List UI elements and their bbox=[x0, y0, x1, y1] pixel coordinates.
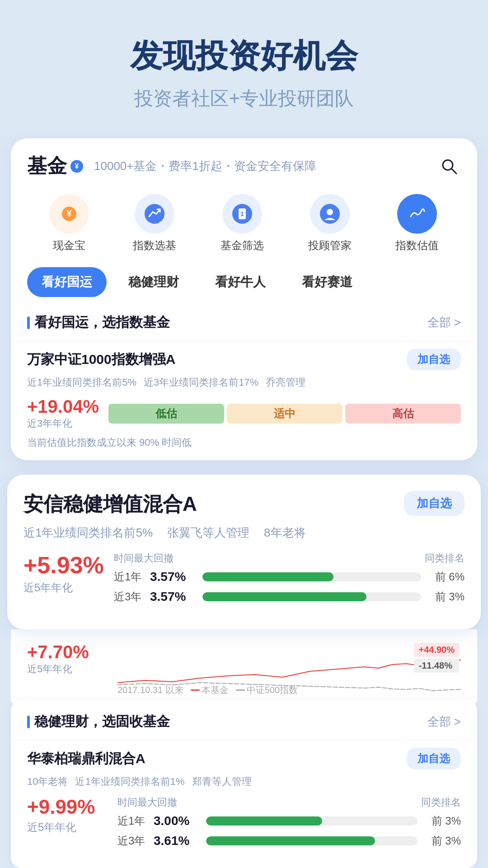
fund1-valuation-row: +19.04% 近3年年化 低估 适中 高估 bbox=[27, 396, 461, 430]
xianjinbao-icon: ¥ bbox=[49, 194, 89, 234]
fund1-tag-2: 乔亮管理 bbox=[266, 376, 305, 389]
fund1-pct: +19.04% bbox=[27, 396, 99, 417]
fund-tabs: 看好国运 稳健理财 看好牛人 看好赛道 bbox=[11, 264, 477, 306]
chart-area: +7.70% 近5年年化 +44.90% -11.48% 2017.10.31 … bbox=[11, 629, 477, 709]
fc-stats-left: +5.93% 近5年年化 bbox=[23, 552, 105, 609]
val-bar-mid: 适中 bbox=[227, 404, 343, 424]
svg-text:1: 1 bbox=[240, 210, 244, 217]
tab-kanniu[interactable]: 看好牛人 bbox=[201, 267, 280, 297]
tab-wenjian[interactable]: 稳健理财 bbox=[114, 267, 193, 297]
section1-title: 看好国运，选指数基金 bbox=[27, 313, 170, 332]
section1-more[interactable]: 全部 > bbox=[427, 315, 461, 330]
fund2-stats-left: +9.99% 近5年年化 bbox=[27, 796, 108, 854]
fund2-tag-0: 10年老将 bbox=[27, 775, 68, 788]
fund1-tag-1: 近3年业绩同类排名前17% bbox=[144, 376, 258, 389]
fund2-header: 华泰柏瑞鼎利混合A 加自选 bbox=[27, 748, 461, 769]
tab-kanhao[interactable]: 看好国运 bbox=[27, 267, 107, 297]
fund1-pct-sub: 近3年年化 bbox=[27, 417, 99, 430]
fund2-item: 华泰柏瑞鼎利混合A 加自选 10年老将 近1年业绩同类排名前1% 郑青等人管理 … bbox=[11, 740, 477, 868]
val-bar-low: 低估 bbox=[108, 404, 224, 424]
fund1-add-button[interactable]: 加自选 bbox=[407, 349, 461, 370]
fc-stats-right: 时间 最大回撤 同类排名 近1年 3.57% 前 6% 近3年 3.57% 前 … bbox=[105, 552, 465, 609]
fund2-name: 华泰柏瑞鼎利混合A bbox=[27, 750, 145, 768]
fc-stats-table: +5.93% 近5年年化 时间 最大回撤 同类排名 近1年 3.57% 前 6%… bbox=[23, 552, 465, 609]
section1-header: 看好国运，选指数基金 全部 > bbox=[11, 306, 477, 341]
fund1-tag-0: 近1年业绩同类排名前5% bbox=[27, 376, 136, 389]
zhishu-label: 指数选基 bbox=[133, 238, 176, 253]
fund-subtitle: 10000+基金・费率1折起・资金安全有保障 bbox=[94, 158, 316, 174]
tab-kansaidao[interactable]: 看好赛道 bbox=[287, 267, 367, 297]
chart-right: +44.90% -11.48% 2017.10.31 以来 本基金 中证500指… bbox=[117, 642, 461, 696]
fund2-stats-row-0: 近1年 3.00% 前 3% bbox=[108, 814, 461, 828]
xianjinbao-label: 现金宝 bbox=[53, 238, 85, 253]
fund1-header: 万家中证1000指数增强A 加自选 bbox=[27, 349, 461, 370]
section1-title-bar bbox=[27, 316, 30, 329]
chart-badge-pos: +44.90% bbox=[414, 643, 459, 657]
fund-header: 基金 ¥ 10000+基金・费率1折起・资金安全有保障 bbox=[11, 138, 477, 187]
chart-legend-row: 2017.10.31 以来 本基金 中证500指数 bbox=[117, 684, 298, 696]
section2-title-bar bbox=[27, 716, 30, 728]
main-card: 基金 ¥ 10000+基金・费率1折起・资金安全有保障 ¥ 现金宝 bbox=[11, 138, 477, 460]
fund1-item: 万家中证1000指数增强A 加自选 近1年业绩同类排名前5% 近3年业绩同类排名… bbox=[11, 341, 477, 460]
fund-title: 基金 bbox=[27, 153, 67, 179]
zhishu2-label: 指数估值 bbox=[395, 238, 439, 253]
fund2-tag-2: 郑青等人管理 bbox=[192, 775, 252, 788]
fund2-stats-table: +9.99% 近5年年化 时间 最大回撤 同类排名 近1年 3.00% 前 3% bbox=[27, 796, 461, 854]
floating-card: 安信稳健增值混合A 加自选 近1年业绩同类排名前5% 张翼飞等人管理 8年老将 … bbox=[7, 475, 481, 629]
legend-fund-icon bbox=[191, 689, 200, 691]
touguan-label: 投顾管家 bbox=[308, 238, 352, 253]
chart-date: 2017.10.31 以来 bbox=[117, 684, 183, 696]
val-bar-high: 高估 bbox=[345, 404, 461, 424]
fc-stats-header: 时间 最大回撤 同类排名 bbox=[105, 552, 465, 565]
fc-tag-1: 张翼飞等人管理 bbox=[167, 525, 249, 541]
fc-tag-2: 8年老将 bbox=[264, 525, 305, 541]
svg-line-1 bbox=[451, 169, 456, 174]
fund2-pct: +9.99% bbox=[27, 796, 108, 818]
fund1-tags: 近1年业绩同类排名前5% 近3年业绩同类排名前17% 乔亮管理 bbox=[27, 376, 461, 389]
quick-icon-zhishu[interactable]: 指数选基 bbox=[133, 194, 176, 253]
fc-tag-0: 近1年业绩同类排名前5% bbox=[23, 525, 153, 541]
quick-icon-zhishu2[interactable]: 指数估值 bbox=[395, 194, 439, 253]
fc-stats-row-0: 近1年 3.57% 前 6% bbox=[105, 570, 465, 584]
chart-left: +7.70% 近5年年化 bbox=[27, 642, 108, 696]
zhishu-icon bbox=[135, 194, 174, 234]
section2-more[interactable]: 全部 > bbox=[427, 714, 461, 730]
fc-stats-row-1: 近3年 3.57% 前 3% bbox=[105, 590, 465, 604]
chart-pct: +7.70% bbox=[27, 642, 108, 662]
fc-title: 安信稳健增值混合A bbox=[23, 491, 465, 518]
svg-rect-4 bbox=[145, 204, 164, 224]
touguan-icon bbox=[310, 194, 350, 234]
section2-title: 稳健理财，选固收基金 bbox=[27, 712, 170, 731]
quick-icon-jijin[interactable]: 1 基金筛选 bbox=[221, 194, 264, 253]
chart-badges: +44.90% -11.48% bbox=[414, 643, 459, 673]
fund-badge-icon: ¥ bbox=[70, 160, 83, 173]
fund2-stats-right: 时间 最大回撤 同类排名 近1年 3.00% 前 3% 近3年 3.61% bbox=[108, 796, 461, 854]
fc-pct-sub: 近5年年化 bbox=[23, 580, 105, 595]
fc-pct: +5.93% bbox=[23, 552, 105, 579]
svg-text:¥: ¥ bbox=[66, 208, 72, 218]
svg-point-9 bbox=[327, 209, 333, 215]
fund2-pct-sub: 近5年年化 bbox=[27, 820, 108, 835]
fund1-val-bars: 低估 适中 高估 bbox=[108, 404, 461, 424]
fund2-stats-header: 时间 最大回撤 同类排名 bbox=[108, 796, 461, 809]
fund2-add-button[interactable]: 加自选 bbox=[407, 748, 461, 769]
quick-icon-touguan[interactable]: 投顾管家 bbox=[308, 194, 352, 253]
chart-badge-neg: -11.48% bbox=[414, 659, 459, 673]
fund2-tags: 10年老将 近1年业绩同类排名前1% 郑青等人管理 bbox=[27, 775, 461, 788]
fund2-tag-1: 近1年业绩同类排名前1% bbox=[75, 775, 184, 788]
quick-icon-xianjinbao[interactable]: ¥ 现金宝 bbox=[49, 194, 89, 253]
chart-sub: 近5年年化 bbox=[27, 662, 108, 676]
fund1-name: 万家中证1000指数增强A bbox=[27, 350, 175, 369]
hero-section: 发现投资好机会 投资者社区+专业投研团队 bbox=[0, 0, 488, 138]
hero-subtitle: 投资者社区+专业投研团队 bbox=[18, 86, 470, 111]
jijin-icon: 1 bbox=[222, 194, 262, 234]
fc-tags: 近1年业绩同类排名前5% 张翼飞等人管理 8年老将 bbox=[23, 525, 465, 541]
legend-index-icon bbox=[236, 689, 245, 691]
zhishu2-icon bbox=[397, 194, 437, 234]
fund1-val-note: 当前估值比指数成立以来 90% 时间低 bbox=[27, 436, 461, 449]
fc-add-button[interactable]: 加自选 bbox=[404, 491, 465, 516]
second-main-card: 稳健理财，选固收基金 全部 > 华泰柏瑞鼎利混合A 加自选 10年老将 近1年业… bbox=[11, 700, 477, 868]
search-button[interactable] bbox=[437, 155, 461, 178]
fund2-stats-row-1: 近3年 3.61% 前 3% bbox=[108, 834, 461, 848]
quick-icons-row: ¥ 现金宝 指数选基 1 基金筛选 bbox=[11, 187, 477, 264]
